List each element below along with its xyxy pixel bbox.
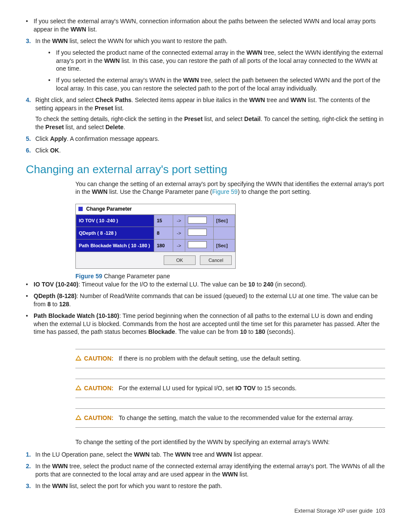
ok-button[interactable]: OK	[164, 255, 196, 265]
wwn: WWN	[249, 96, 265, 103]
bullet-item: Path Blockade Watch (10-180): Time perio…	[26, 312, 385, 336]
unit-label	[213, 227, 235, 240]
caution-icon	[75, 385, 81, 390]
parameter-table: IO TOV ( 10 -240 ) 15 -> [Sec] QDepth ( …	[76, 215, 235, 252]
text: list, select the WWN for which you want …	[68, 37, 227, 44]
footer-text: External Storage XP user guide	[294, 507, 373, 514]
pane-title: Change Parameter	[86, 205, 132, 212]
text: .	[124, 124, 125, 131]
term-name: QDepth (8-128)	[34, 292, 77, 299]
io-tov: IO TOV	[235, 385, 255, 392]
figure-caption-text: Change Parameter pane	[102, 273, 170, 280]
caution-label: CAUTION:	[84, 414, 113, 422]
text: In the	[35, 482, 52, 489]
section-intro: You can change the setting of an externa…	[75, 180, 385, 196]
caution-icon	[75, 355, 81, 361]
change-parameter-pane-figure: Change Parameter IO TOV ( 10 -240 ) 15 -…	[75, 204, 385, 269]
caution-text: For the external LU used for typical I/O…	[118, 384, 296, 392]
caution-3: CAUTION: To change the setting, match th…	[75, 408, 385, 428]
step-3: 3. In the WWN list, select the port for …	[26, 482, 385, 490]
text: . A confirmation message appears.	[67, 135, 159, 142]
value-input[interactable]	[188, 217, 207, 224]
section-title: Changing an external array's port settin…	[26, 162, 385, 177]
text: . The value can be from	[175, 328, 240, 335]
text: to 15 seconds.	[255, 385, 296, 392]
ok: OK	[50, 147, 59, 154]
text: list.	[238, 471, 249, 478]
page-number: 103	[376, 507, 385, 514]
value-input[interactable]	[188, 241, 207, 248]
text: list. Use the Change Parameter pane (	[108, 188, 212, 195]
text: .	[59, 147, 61, 154]
unit-label: [Sec]	[213, 215, 235, 227]
text: tree, select the product name of the con…	[35, 463, 385, 478]
current-value: 8	[154, 227, 173, 240]
cancel-button[interactable]: Cancel	[200, 255, 232, 265]
text: . Selected items appear in blue italics …	[131, 96, 249, 103]
step-3: 3. In the WWN list, select the WWN for w…	[26, 37, 385, 93]
caution-label: CAUTION:	[84, 355, 113, 363]
wwn: WWN	[175, 451, 191, 458]
step3-sublist: If you selected the product name of the …	[48, 49, 385, 93]
bullet-item: If you selected the external array's WWN…	[48, 76, 385, 93]
text: list appear.	[232, 451, 263, 458]
apply: Apply	[50, 135, 67, 142]
title-marker-icon	[78, 207, 83, 211]
blockade: Blockade	[148, 328, 175, 335]
wwn: WWN	[71, 26, 87, 33]
top-sub-bullets: If you select the external array's WWN, …	[26, 17, 385, 34]
text: Click	[35, 135, 50, 142]
value: 180	[255, 328, 265, 335]
wwn: WWN	[183, 77, 199, 84]
unit-label: [Sec]	[213, 240, 235, 252]
caution-icon	[75, 415, 81, 420]
term-name: Path Blockade Watch (10-180)	[34, 312, 119, 319]
input-cell	[185, 240, 214, 252]
button-row: OK Cancel	[76, 252, 235, 268]
input-cell	[185, 227, 214, 240]
figure-caption: Figure 59 Change Parameter pane	[75, 272, 385, 280]
bullet-item: If you select the external array's WWN, …	[26, 17, 385, 34]
text: to	[255, 281, 263, 288]
caution-text: If there is no problem with the default …	[118, 355, 301, 363]
text: list, select the port for which you want…	[68, 482, 222, 489]
page-footer: External Storage XP user guide 103	[26, 507, 385, 515]
arrow-icon: ->	[173, 240, 185, 252]
step4-note: To check the setting details, right-clic…	[35, 115, 385, 131]
change-parameter-pane: Change Parameter IO TOV ( 10 -240 ) 15 -…	[75, 204, 236, 269]
bullet-item: QDepth (8-128): Number of Read/Write com…	[26, 292, 385, 308]
text: If you selected the product name of the …	[56, 49, 246, 56]
text: Right click, and select	[35, 96, 95, 103]
value: 10	[240, 328, 247, 335]
step-1: 1. In the LU Operation pane, select the …	[26, 451, 385, 459]
text: In the	[35, 463, 52, 470]
pane-title-bar: Change Parameter	[76, 204, 235, 214]
figure-link[interactable]: Figure 59	[212, 188, 237, 195]
text: In the LU Operation pane, select the	[35, 451, 134, 458]
step-5: 5. Click Apply. A confirmation message a…	[26, 135, 385, 143]
wwn: WWN	[52, 37, 68, 44]
value-input[interactable]	[188, 229, 207, 236]
text: : Number of Read/Write commands that can…	[34, 292, 378, 308]
bullet-item: If you selected the product name of the …	[48, 49, 385, 73]
wwn: WWN	[52, 482, 68, 489]
step-2: 2. In the WWN tree, select the product n…	[26, 462, 385, 479]
arrow-icon: ->	[173, 215, 185, 227]
value: 240	[263, 281, 273, 288]
text: list, and select	[64, 124, 106, 131]
text: (in second).	[274, 281, 307, 288]
figure-label: Figure 59	[75, 273, 102, 280]
wwn: WWN	[222, 471, 238, 478]
text: : Timeout value for the I/O to the exter…	[78, 281, 248, 288]
step-6: 6. Click OK.	[26, 146, 385, 155]
check-paths: Check Paths	[95, 96, 131, 103]
text: In the	[35, 37, 52, 44]
text: list, and select	[202, 115, 244, 122]
table-row: Path Blockade Watch ( 10 -180 ) 180 -> […	[76, 240, 235, 252]
bullet-item: IO TOV (10-240): Timeout value for the I…	[26, 280, 385, 289]
text: To check the setting details, right-clic…	[35, 115, 184, 122]
text: to	[51, 301, 59, 308]
parameter-definitions: IO TOV (10-240): Timeout value for the I…	[26, 280, 385, 336]
preset: Preset	[95, 105, 113, 112]
preset: Preset	[184, 115, 203, 122]
